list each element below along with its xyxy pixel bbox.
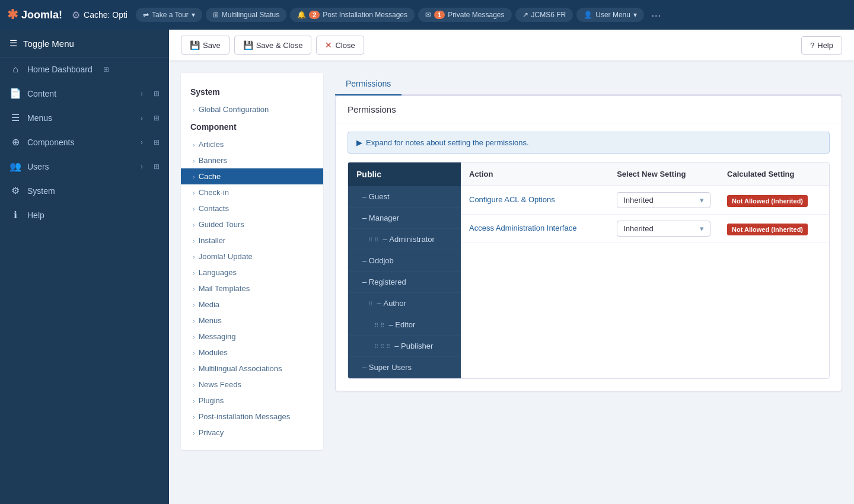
configure-acl-select-wrapper[interactable]: Inherited ▾ — [617, 192, 710, 208]
left-panel-item-privacy[interactable]: › Privacy — [181, 425, 323, 441]
permissions-box-header: Permissions — [336, 96, 842, 123]
left-panel-item-post-installation[interactable]: › Post-installation Messages — [181, 409, 323, 425]
administrator-label: – Administrator — [383, 235, 434, 244]
chevron-right-icon: › — [193, 429, 195, 436]
user-group-registered[interactable]: – Registered — [348, 272, 461, 293]
chevron-right-icon: › — [141, 138, 143, 146]
joomla-update-label: Joomla! Update — [199, 252, 253, 261]
menus-sub-label: Menus — [199, 316, 222, 325]
chevron-right-icon: › — [193, 349, 195, 356]
joomla-logo-icon: ✱ — [7, 7, 18, 23]
left-panel-item-messaging[interactable]: › Messaging — [181, 328, 323, 344]
user-group-oddjob[interactable]: – Oddjob — [348, 250, 461, 272]
help-button[interactable]: ? Help — [801, 36, 842, 55]
oddjob-label: – Oddjob — [362, 256, 394, 265]
access-admin-select-wrapper[interactable]: Inherited ▾ — [617, 221, 710, 237]
chevron-right-icon: › — [193, 173, 195, 180]
multilingual-status-button[interactable]: ⊞ Multilingual Status — [206, 8, 286, 22]
access-admin-calculated: Not Allowed (Inherited) — [719, 218, 829, 240]
components-icon: ⊕ — [9, 136, 21, 148]
left-panel-item-menus[interactable]: › Menus — [181, 312, 323, 328]
left-panel-item-news-feeds[interactable]: › News Feeds — [181, 377, 323, 393]
post-install-button[interactable]: 🔔 2 Post Installation Messages — [290, 8, 415, 22]
users-icon: 👥 — [9, 161, 21, 172]
route-icon: ⇌ — [143, 11, 149, 19]
sidebar-item-components[interactable]: ⊕ Components › ⊞ — [0, 130, 169, 154]
user-group-author[interactable]: ⠿ – Author — [348, 293, 461, 314]
layout: ☰ Toggle Menu ⌂ Home Dashboard ⊞ 📄 Conte… — [0, 30, 854, 504]
users-label: Users — [27, 162, 49, 171]
right-panel: Permissions Permissions ▶ Expand for not… — [335, 73, 842, 450]
content-label: Content — [27, 89, 56, 98]
logo[interactable]: ✱ Joomla! — [7, 7, 62, 23]
chevron-right-icon: › — [141, 162, 143, 171]
more-options-icon[interactable]: ··· — [648, 8, 665, 22]
left-panel-item-checkin[interactable]: › Check-in — [181, 184, 323, 200]
left-panel-item-languages[interactable]: › Languages — [181, 264, 323, 280]
left-panel-item-guided-tours[interactable]: › Guided Tours — [181, 216, 323, 232]
page-title-nav: ⚙ Cache: Opti — [72, 9, 128, 21]
configure-acl-select[interactable]: Inherited ▾ — [608, 186, 719, 214]
left-panel-item-plugins[interactable]: › Plugins — [181, 393, 323, 409]
help-icon: ℹ — [9, 209, 21, 221]
left-panel-item-cache[interactable]: › Cache — [181, 168, 323, 184]
calculated-header-cell: Calculated Setting — [719, 162, 829, 186]
tab-permissions[interactable]: Permissions — [335, 73, 401, 95]
actions-column: Action Select New Setting Calculated Set… — [461, 162, 829, 378]
user-group-administrator[interactable]: ⠿ ⠿ – Administrator — [348, 229, 461, 250]
content-area: System › Global Configuration Component … — [169, 61, 854, 462]
left-panel-item-installer[interactable]: › Installer — [181, 232, 323, 248]
left-panel-item-mail-templates[interactable]: › Mail Templates — [181, 280, 323, 296]
checkin-label: Check-in — [199, 188, 229, 197]
user-group-super-users[interactable]: – Super Users — [348, 357, 461, 378]
envelope-icon: ✉ — [425, 11, 431, 19]
save-close-button[interactable]: 💾 Save & Close — [234, 36, 312, 55]
grid-icon: ⊞ — [154, 114, 160, 122]
left-panel-item-contacts[interactable]: › Contacts — [181, 200, 323, 216]
left-panel-item-banners[interactable]: › Banners — [181, 152, 323, 168]
left-panel-item-multilingual-associations[interactable]: › Multilingual Associations — [181, 361, 323, 377]
expand-note[interactable]: ▶ Expand for notes about setting the per… — [348, 132, 830, 154]
global-config-item[interactable]: › Global Configuration — [181, 101, 323, 117]
chevron-right-icon: › — [193, 381, 195, 388]
chevron-right-icon: › — [141, 114, 143, 122]
configure-acl-setting-value: Inherited — [623, 196, 654, 205]
left-panel-item-media[interactable]: › Media — [181, 296, 323, 312]
jcms-button[interactable]: ↗ JCMS6 FR — [515, 8, 573, 22]
save-button[interactable]: 💾 Save — [181, 36, 230, 55]
toggle-menu-button[interactable]: ☰ Toggle Menu — [0, 30, 169, 58]
chevron-right-icon: › — [193, 317, 195, 324]
sidebar-item-users[interactable]: 👥 Users › ⊞ — [0, 154, 169, 178]
save-label: Save — [203, 41, 221, 50]
user-group-publisher[interactable]: ⠿ ⠿ ⠿ – Publisher — [348, 336, 461, 357]
private-messages-button[interactable]: ✉ 1 Private Messages — [418, 8, 512, 22]
user-menu-button[interactable]: 👤 User Menu ▾ — [576, 8, 644, 22]
sidebar-item-system[interactable]: ⚙ System — [0, 178, 169, 203]
not-allowed-badge: Not Allowed (Inherited) — [727, 224, 808, 235]
sidebar-item-menus[interactable]: ☰ Menus › ⊞ — [0, 106, 169, 130]
sidebar-item-home-dashboard[interactable]: ⌂ Home Dashboard ⊞ — [0, 58, 169, 81]
access-admin-select[interactable]: Inherited ▾ — [608, 215, 719, 243]
left-panel-item-articles[interactable]: › Articles — [181, 136, 323, 152]
left-panel-item-modules[interactable]: › Modules — [181, 344, 323, 361]
chevron-right-icon: › — [193, 157, 195, 164]
installer-label: Installer — [199, 236, 226, 245]
take-tour-button[interactable]: ⇌ Take a Tour ▾ — [136, 8, 202, 22]
user-group-guest[interactable]: – Guest — [348, 186, 461, 208]
left-panel-item-joomla-update[interactable]: › Joomla! Update — [181, 248, 323, 264]
close-label: Close — [335, 41, 355, 50]
close-button[interactable]: ✕ Close — [316, 36, 364, 55]
chevron-right-icon: › — [193, 141, 195, 148]
user-group-editor[interactable]: ⠿ ⠿ – Editor — [348, 314, 461, 336]
private-msg-label: Private Messages — [448, 11, 504, 19]
user-group-manager[interactable]: – Manager — [348, 208, 461, 229]
sidebar-item-help[interactable]: ℹ Help — [0, 203, 169, 227]
chevron-right-icon: › — [193, 189, 195, 196]
chevron-right-icon: › — [193, 413, 195, 420]
chevron-right-icon: › — [193, 285, 195, 292]
sidebar-item-content[interactable]: 📄 Content › ⊞ — [0, 81, 169, 106]
topnav: ✱ Joomla! ⚙ Cache: Opti ⇌ Take a Tour ▾ … — [0, 0, 854, 30]
configure-acl-action-name: Configure ACL & Options — [461, 186, 608, 213]
expand-note-text: Expand for notes about setting the permi… — [366, 138, 529, 147]
content-icon: 📄 — [9, 88, 21, 99]
